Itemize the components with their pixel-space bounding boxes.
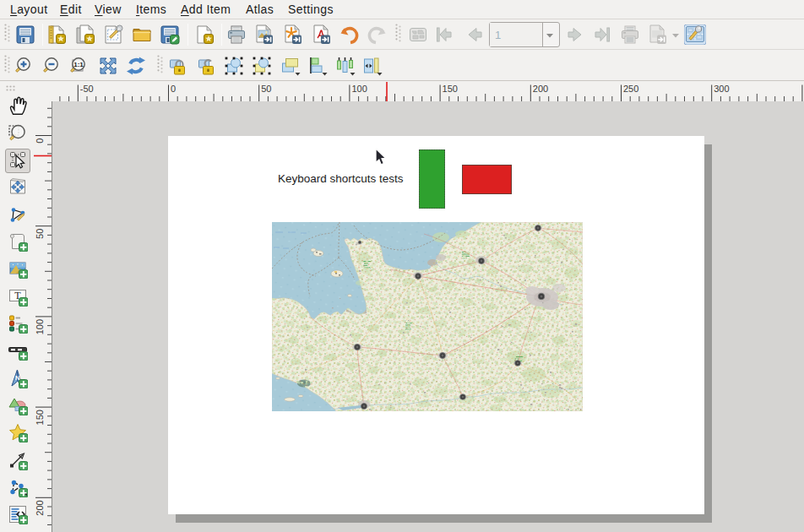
svg-text:250: 250	[623, 84, 638, 94]
svg-text:150: 150	[35, 410, 45, 425]
svg-text:100: 100	[351, 84, 367, 94]
svg-text:100: 100	[35, 319, 45, 334]
svg-text:200: 200	[35, 500, 45, 515]
svg-text:50: 50	[35, 229, 45, 239]
svg-text:0: 0	[171, 84, 176, 94]
svg-text:300: 300	[714, 84, 729, 94]
svg-text:150: 150	[443, 84, 458, 94]
svg-text:0: 0	[35, 138, 45, 144]
svg-text:-50: -50	[80, 84, 94, 94]
svg-text:50: 50	[261, 84, 271, 94]
svg-text:200: 200	[533, 84, 548, 94]
